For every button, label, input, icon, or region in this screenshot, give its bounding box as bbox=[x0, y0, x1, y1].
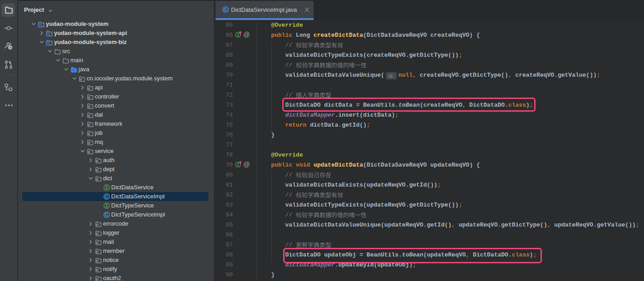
svg-text:?: ? bbox=[10, 46, 12, 50]
svg-text:@: @ bbox=[243, 161, 250, 168]
svg-text:@: @ bbox=[243, 31, 250, 38]
